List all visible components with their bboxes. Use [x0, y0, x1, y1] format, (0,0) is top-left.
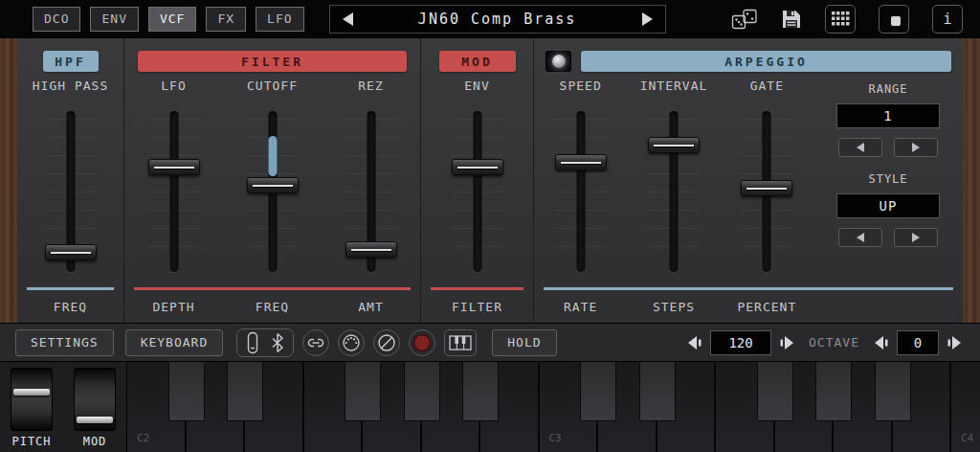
slider-handle[interactable] — [555, 154, 607, 170]
hpf-header-button[interactable]: HPF — [43, 51, 99, 72]
black-key[interactable] — [345, 362, 381, 421]
keyboard-button[interactable]: KEYBOARD — [125, 329, 224, 356]
arpeggio-enable-button[interactable] — [546, 51, 571, 72]
black-key[interactable] — [462, 362, 499, 421]
slider-handle[interactable] — [345, 241, 397, 258]
filter-section: FILTER LFO CUTOFF REZ — [124, 38, 421, 323]
mod-env-slider[interactable] — [450, 111, 505, 272]
pitch-wheel[interactable] — [11, 368, 53, 431]
pattern-grid-button[interactable] — [825, 5, 856, 34]
right-arrow-icon — [912, 143, 920, 152]
save-icon[interactable] — [781, 9, 802, 30]
preset-prev-button[interactable] — [343, 12, 353, 26]
octave-display[interactable]: 0 — [897, 330, 939, 355]
record-button[interactable] — [409, 329, 435, 356]
black-key[interactable] — [757, 362, 793, 421]
black-key[interactable] — [227, 362, 263, 421]
tab-vcf[interactable]: VCF — [148, 7, 196, 32]
arp-interval-slider[interactable] — [646, 111, 702, 272]
tempo-up-icon[interactable] — [779, 335, 797, 350]
style-prev-button[interactable] — [838, 228, 882, 247]
range-next-button[interactable] — [894, 138, 938, 157]
filter-rez-slider[interactable] — [344, 111, 399, 272]
tab-fx[interactable]: FX — [206, 7, 246, 32]
filter-cutoff-slider[interactable] — [245, 111, 301, 272]
octave-up-icon[interactable] — [947, 335, 965, 350]
top-icon-buttons: i — [731, 5, 963, 34]
style-next-button[interactable] — [894, 228, 938, 247]
black-key[interactable] — [580, 362, 616, 421]
key-octave-label: C3 — [549, 432, 562, 444]
octave-down-icon[interactable] — [871, 335, 889, 350]
link-button[interactable] — [302, 329, 329, 356]
wood-trim-left — [0, 38, 17, 323]
filter-amt-label: AMT — [322, 300, 420, 314]
tempo-octave-cluster: 120 OCTAVE 0 — [684, 330, 965, 355]
arp-gate-slider[interactable] — [739, 111, 794, 272]
preset-name[interactable]: JN60 Comp Brass — [418, 11, 576, 28]
mod-header: MOD — [439, 51, 516, 72]
black-key[interactable] — [875, 362, 911, 421]
black-key[interactable] — [639, 362, 676, 421]
black-key[interactable] — [168, 362, 205, 421]
mod-wheel-handle[interactable] — [77, 417, 113, 423]
key-octave-label: C4 — [961, 432, 973, 444]
device-button[interactable] — [246, 331, 259, 354]
range-label: RANGE — [868, 82, 907, 96]
range-prev-button[interactable] — [838, 138, 882, 157]
filter-cutoff-label: CUTOFF — [223, 79, 322, 93]
slider-handle[interactable] — [452, 159, 503, 175]
settings-button[interactable]: SETTINGS — [15, 329, 114, 356]
filter-header: FILTER — [138, 51, 407, 72]
pad-window-button[interactable] — [879, 5, 909, 34]
filter-freq-label: FREQ — [223, 300, 322, 314]
piano-view-button[interactable] — [444, 329, 477, 356]
arpeggio-led-icon — [552, 55, 566, 68]
slider-track — [576, 111, 585, 272]
arpeggio-section: ARPEGGIO SPEED INTERVAL GATE — [534, 38, 963, 323]
slider-track — [473, 111, 481, 272]
slider-handle[interactable] — [45, 244, 97, 260]
mod-wheel[interactable] — [74, 368, 116, 431]
arp-speed-slider[interactable] — [553, 111, 609, 272]
black-key[interactable] — [815, 362, 852, 421]
hpf-freq-slider[interactable] — [43, 111, 99, 272]
bluetooth-button[interactable] — [271, 332, 284, 353]
tab-env[interactable]: ENV — [90, 7, 138, 32]
preset-next-button[interactable] — [642, 12, 653, 26]
info-button[interactable]: i — [932, 5, 963, 34]
mod-env-label: ENV — [421, 79, 533, 93]
style-display: UP — [836, 193, 940, 218]
midi-button[interactable] — [338, 329, 365, 356]
mod-filter-label: FILTER — [421, 300, 533, 314]
pad-window-icon — [891, 16, 901, 26]
black-key[interactable] — [404, 362, 440, 421]
panic-button[interactable] — [373, 329, 400, 356]
synth-app: DCO ENV VCF FX LFO JN60 Comp Brass — [0, 0, 980, 452]
slider-handle[interactable] — [148, 159, 200, 175]
filter-lfo-slider[interactable] — [146, 111, 202, 272]
tempo-down-icon[interactable] — [684, 335, 702, 350]
piano-keys: C2C3C4 — [127, 362, 980, 452]
hold-button[interactable]: HOLD — [492, 329, 556, 356]
tab-dco[interactable]: DCO — [33, 7, 80, 32]
mod-section: MOD ENV FILTER — [421, 38, 534, 323]
pitch-wheel-handle[interactable] — [13, 389, 50, 396]
arp-speed-label: SPEED — [534, 79, 627, 93]
tempo-display[interactable]: 120 — [710, 330, 771, 355]
bottom-toolbar: SETTINGS KEYBOARD — [0, 323, 980, 362]
filter-lfo-label: LFO — [124, 79, 223, 93]
top-bar: DCO ENV VCF FX LFO JN60 Comp Brass — [0, 0, 980, 38]
slider-handle[interactable] — [247, 177, 299, 193]
slider-handle[interactable] — [741, 180, 792, 196]
tab-lfo[interactable]: LFO — [256, 7, 303, 32]
wheel-panel: PITCH MOD — [0, 362, 127, 452]
slider-handle[interactable] — [648, 137, 700, 153]
info-icon: i — [943, 11, 951, 28]
white-key[interactable]: C4 — [951, 362, 980, 452]
slider-track — [669, 111, 678, 272]
mod-wheel-label: MOD — [83, 435, 107, 448]
filter-depth-label: DEPTH — [124, 300, 223, 314]
arp-percent-label: PERCENT — [721, 300, 813, 314]
dice-randomize-icon[interactable] — [731, 9, 758, 30]
